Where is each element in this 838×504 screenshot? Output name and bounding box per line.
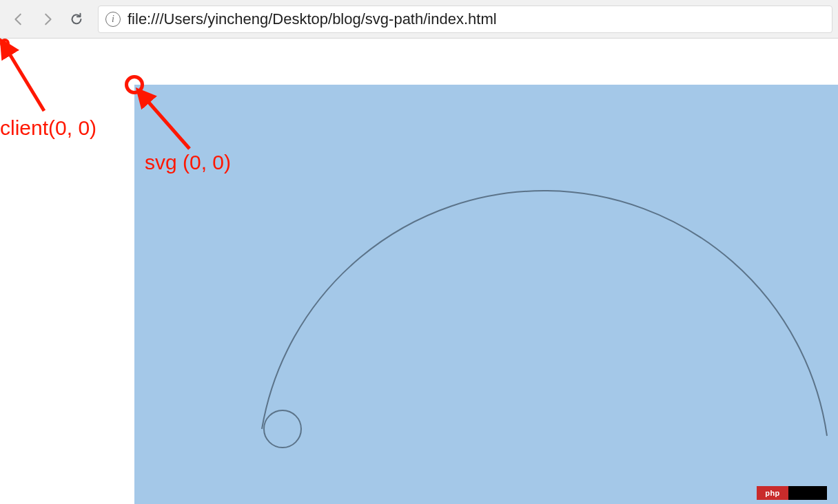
svg-drawing [134, 85, 838, 504]
site-info-icon[interactable]: i [105, 12, 121, 27]
svg-canvas [134, 85, 838, 504]
address-bar[interactable]: i file:///Users/yincheng/Desktop/blog/sv… [98, 6, 832, 33]
back-button[interactable] [6, 6, 32, 32]
php-badge-right [788, 486, 827, 500]
browser-toolbar: i file:///Users/yincheng/Desktop/blog/sv… [0, 0, 838, 39]
reload-button[interactable] [63, 6, 90, 32]
client-origin-label: client(0, 0) [0, 116, 96, 140]
arc-path [262, 191, 827, 436]
svg-origin-marker [125, 75, 144, 94]
client-origin-arrow [3, 45, 65, 114]
reload-icon [69, 12, 84, 27]
svg-line-1 [145, 98, 190, 149]
svg-line-0 [7, 50, 44, 111]
arrow-right-icon [40, 12, 55, 27]
page-content: client(0, 0) svg (0, 0) php [0, 39, 838, 504]
svg-origin-label: svg (0, 0) [145, 151, 231, 174]
forward-button[interactable] [34, 6, 61, 32]
arrow-left-icon [11, 12, 26, 27]
php-badge-label: php [757, 486, 788, 500]
arc-start-circle [264, 410, 301, 448]
url-text: file:///Users/yincheng/Desktop/blog/svg-… [127, 10, 497, 28]
php-badge: php [757, 486, 827, 500]
